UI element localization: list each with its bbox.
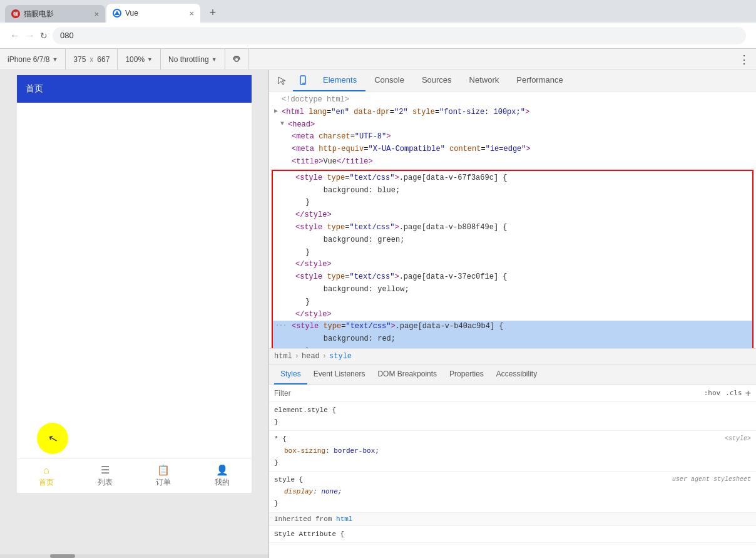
nav-item-mine[interactable]: 👤 我的 — [215, 464, 230, 488]
browser-chrome: 猫 猫眼电影 × Vue × + ← → ↻ 080 — [0, 0, 756, 49]
tab-console[interactable]: Console — [365, 70, 413, 91]
bottom-nav: ⌂ 首页 ☰ 列表 📋 订单 👤 我的 — [17, 458, 252, 493]
tab-maoyandianying[interactable]: 猫 猫眼电影 × — [5, 5, 105, 23]
html-line-style1-close-brace: } — [273, 197, 752, 209]
styles-tab-event-listeners[interactable]: Event Listeners — [307, 364, 372, 385]
html-line-title: <title>Vue</title> — [269, 156, 756, 168]
style4-open-content: <style type="text/css">.page[data-v-b40a… — [292, 321, 503, 333]
phone-header-label: 首页 — [26, 83, 43, 95]
nav-item-order[interactable]: 📋 订单 — [156, 464, 171, 488]
tab-sources[interactable]: Sources — [413, 70, 461, 91]
zoom-arrow-icon: ▼ — [147, 56, 153, 63]
tab-bar: 猫 猫眼电影 × Vue × + — [0, 0, 756, 23]
style-attribute-selector[interactable]: Style Attribute { — [274, 529, 751, 540]
height-value[interactable]: 667 — [97, 55, 110, 64]
styles-tab-dom-breakpoints[interactable]: DOM Breakpoints — [371, 364, 443, 385]
devtools-tab-bar: Elements Console Sources Network Perform… — [269, 70, 756, 91]
style2-bg-content: background: green; — [305, 234, 404, 247]
html-line-doctype: <!doctype html> — [269, 94, 756, 106]
nav-item-list[interactable]: ☰ 列表 — [98, 464, 113, 488]
head-expand-arrow[interactable]: ▼ — [280, 119, 288, 130]
css-rule-style-attribute: Style Attribute { — [269, 526, 756, 544]
more-options-button[interactable]: ⋮ — [732, 49, 756, 70]
tab-network[interactable]: Network — [461, 70, 508, 91]
device-mode-button[interactable] — [293, 70, 314, 91]
doctype-content: <!doctype html> — [282, 94, 349, 106]
main-area: 首页 ↖ ⌂ 首页 ☰ 列表 📋 订单 — [0, 70, 756, 558]
meta-charset-content: <meta charset="UTF-8"> — [292, 131, 391, 143]
hov-button[interactable]: :hov — [702, 388, 723, 398]
add-style-button[interactable]: + — [745, 388, 751, 398]
html-line-style1-bg: background: blue; — [273, 185, 752, 197]
html-viewer[interactable]: <!doctype html> ▶ <html lang="en" data-d… — [269, 91, 756, 348]
sensors-button[interactable] — [225, 49, 248, 70]
breadcrumb-bar: html › head › style — [269, 348, 756, 364]
styles-tab-properties[interactable]: Properties — [443, 364, 490, 385]
styles-tab-bar: Styles Event Listeners DOM Breakpoints P… — [269, 364, 756, 385]
styles-tab-dom-breakpoints-label: DOM Breakpoints — [377, 369, 437, 378]
tab-label-2: Vue — [125, 9, 138, 18]
nav-item-home[interactable]: ⌂ 首页 — [39, 465, 54, 488]
inherited-from-element[interactable]: html — [336, 515, 352, 523]
address-back-icon[interactable]: ← — [10, 30, 20, 41]
styles-tab-accessibility[interactable]: Accessibility — [490, 364, 543, 385]
element-style-selector[interactable]: element.style { — [274, 405, 751, 416]
tab-sources-label: Sources — [422, 75, 452, 85]
css-prop-box-sizing: box-sizing — [284, 447, 325, 455]
inspect-button[interactable] — [272, 70, 293, 91]
address-bar-row: ← → ↻ 080 — [0, 23, 756, 49]
styles-panel: Styles Event Listeners DOM Breakpoints P… — [269, 364, 756, 558]
tab-elements[interactable]: Elements — [314, 70, 365, 91]
home-icon: ⌂ — [43, 465, 49, 476]
html-line-head: ▼ <head> — [269, 119, 756, 132]
throttle-value: No throttling — [168, 55, 209, 64]
html-line-style4-bg: background: red; — [273, 333, 752, 346]
html-line-html: ▶ <html lang="en" data-dpr="2" style="fo… — [269, 106, 756, 119]
html-line-style1-close: </style> — [273, 209, 752, 222]
styles-tab-styles[interactable]: Styles — [274, 364, 307, 385]
scroll-thumb[interactable] — [50, 554, 75, 558]
address-refresh-icon[interactable]: ↻ — [40, 31, 48, 41]
mobile-device-icon — [298, 75, 309, 86]
html-line-style4-open: ··· <style type="text/css">.page[data-v-… — [273, 321, 752, 333]
dotdotdot-button[interactable]: ··· — [275, 321, 287, 331]
mine-icon: 👤 — [216, 464, 228, 476]
devtools-panel: Elements Console Sources Network Perform… — [269, 70, 756, 558]
yellow-circle: ↖ — [37, 423, 68, 454]
width-value[interactable]: 375 — [73, 55, 86, 64]
dim-x-separator: x — [89, 55, 93, 64]
filter-input[interactable] — [274, 389, 700, 398]
device-name: iPhone 6/7/8 — [8, 55, 49, 64]
html-tag-content: <html lang="en" data-dpr="2" style="font… — [282, 106, 529, 119]
device-selector[interactable]: iPhone 6/7/8 ▼ — [0, 49, 66, 70]
cls-button[interactable]: .cls — [723, 388, 744, 398]
universal-selector[interactable]: * { — [274, 433, 751, 445]
new-tab-button[interactable]: + — [204, 4, 222, 21]
style3-bg-content: background: yellow; — [305, 284, 409, 296]
tab-close-2[interactable]: × — [189, 9, 194, 18]
html-line-style2-open: <style type="text/css">.page[data-v-b808… — [273, 222, 752, 234]
tab-performance-label: Performance — [516, 75, 563, 85]
html-expand-arrow[interactable]: ▶ — [274, 106, 282, 117]
phone-screen: 首页 ↖ ⌂ 首页 ☰ 列表 📋 订单 — [17, 75, 252, 493]
tab-favicon-2 — [113, 9, 121, 18]
address-forward-icon[interactable]: → — [25, 30, 35, 41]
tab-vue[interactable]: Vue × — [106, 4, 200, 23]
tab-close-1[interactable]: × — [94, 9, 99, 19]
breadcrumb-style[interactable]: style — [329, 352, 352, 361]
device-arrow-icon: ▼ — [52, 56, 58, 63]
zoom-selector[interactable]: 100% ▼ — [118, 49, 161, 70]
throttle-selector[interactable]: No throttling ▼ — [161, 49, 225, 70]
universal-close: } — [274, 457, 751, 469]
nav-label-order: 订单 — [156, 477, 171, 488]
tab-favicon-1: 猫 — [11, 9, 20, 18]
tab-performance[interactable]: Performance — [508, 70, 571, 91]
nav-label-list: 列表 — [98, 477, 113, 488]
breadcrumb-head[interactable]: head — [302, 352, 320, 361]
tab-network-label: Network — [469, 75, 499, 85]
universal-box-sizing: box-sizing: border-box; — [274, 445, 751, 457]
address-input[interactable]: 080 — [53, 27, 746, 44]
css-rule-element-style: element.style { } — [269, 402, 756, 431]
breadcrumb-html[interactable]: html — [274, 352, 292, 361]
html-line-style3-close: </style> — [273, 309, 752, 321]
